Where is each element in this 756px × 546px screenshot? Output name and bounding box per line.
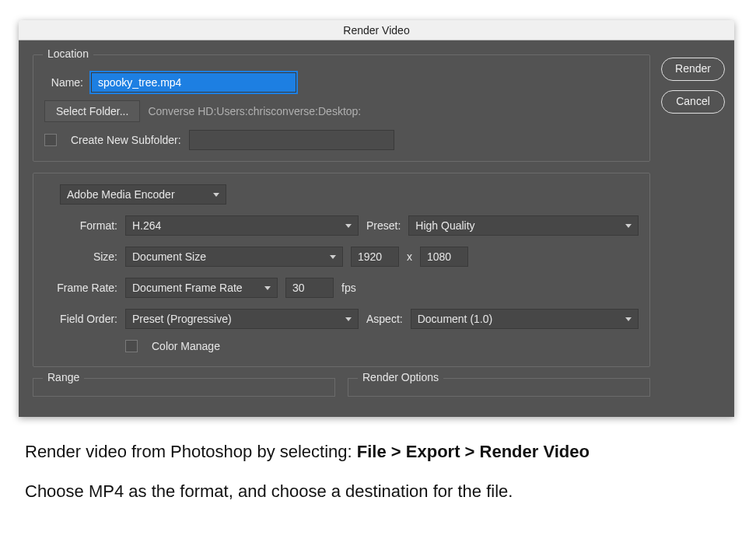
- name-input[interactable]: spooky_tree.mp4: [91, 72, 296, 93]
- framerate-label: Frame Rate:: [44, 282, 117, 294]
- bottom-groups: Range Render Options: [33, 378, 650, 397]
- chevron-down-icon: [330, 255, 336, 259]
- size-x: x: [407, 250, 412, 263]
- chevron-down-icon: [264, 286, 271, 290]
- framerate-select[interactable]: Document Frame Rate: [125, 278, 278, 298]
- render-video-dialog: Render Video Location Name: spooky_tree.…: [19, 20, 734, 417]
- preset-label: Preset:: [366, 219, 401, 232]
- fps-unit: fps: [341, 282, 356, 294]
- render-button[interactable]: Render: [661, 58, 725, 81]
- encoder-select[interactable]: Adobe Media Encoder: [60, 184, 226, 205]
- width-input[interactable]: 1920: [351, 247, 399, 267]
- select-folder-button[interactable]: Select Folder...: [44, 100, 140, 122]
- chevron-down-icon: [625, 317, 632, 321]
- color-manage-checkbox[interactable]: [125, 340, 138, 352]
- fps-value: 30: [292, 282, 305, 294]
- settings-group: Adobe Media Encoder Format: H.264 Preset…: [33, 173, 650, 367]
- size-select[interactable]: Document Size: [125, 247, 343, 267]
- dialog-body: Location Name: spooky_tree.mp4 Select Fo…: [19, 40, 734, 417]
- size-select-value: Document Size: [132, 250, 206, 263]
- caption-line-1: Render video from Photoshop by selecting…: [25, 439, 737, 464]
- location-legend: Location: [43, 47, 93, 60]
- render-options-group: Render Options: [348, 378, 650, 397]
- select-folder-button-label: Select Folder...: [56, 105, 128, 117]
- name-label: Name:: [44, 76, 83, 89]
- create-subfolder-checkbox[interactable]: [44, 134, 57, 146]
- location-group: Location Name: spooky_tree.mp4 Select Fo…: [33, 54, 650, 162]
- create-subfolder-label: Create New Subfolder:: [71, 134, 181, 146]
- folder-path: Converse HD:Users:chrisconverse:Desktop:: [148, 105, 361, 117]
- dialog-titlebar: Render Video: [19, 20, 734, 40]
- preset-select[interactable]: High Quality: [408, 215, 639, 236]
- chevron-down-icon: [213, 193, 219, 197]
- framerate-select-value: Document Frame Rate: [132, 282, 243, 294]
- dialog-title: Render Video: [343, 24, 409, 37]
- name-input-value: spooky_tree.mp4: [98, 76, 181, 89]
- cancel-button[interactable]: Cancel: [661, 90, 725, 114]
- caption-line-1-pre: Render video from Photoshop by selecting…: [25, 442, 357, 461]
- fieldorder-select[interactable]: Preset (Progressive): [125, 309, 359, 329]
- render-button-label: Render: [675, 62, 711, 75]
- aspect-select-value: Document (1.0): [418, 313, 492, 325]
- format-select-value: H.264: [132, 219, 161, 232]
- range-legend: Range: [43, 371, 84, 383]
- chevron-down-icon: [625, 224, 632, 228]
- color-manage-label: Color Manage: [152, 340, 220, 352]
- caption-line-1-bold: File > Export > Render Video: [357, 442, 590, 461]
- format-label: Format:: [44, 219, 117, 232]
- aspect-select[interactable]: Document (1.0): [411, 309, 639, 329]
- subfolder-name-input[interactable]: [189, 130, 394, 150]
- encoder-select-value: Adobe Media Encoder: [67, 188, 175, 201]
- preset-select-value: High Quality: [415, 219, 474, 232]
- size-label: Size:: [44, 250, 117, 263]
- width-value: 1920: [358, 250, 382, 263]
- caption: Render video from Photoshop by selecting…: [19, 417, 737, 504]
- chevron-down-icon: [345, 317, 352, 321]
- height-value: 1080: [427, 250, 451, 263]
- fieldorder-label: Field Order:: [44, 313, 117, 325]
- height-input[interactable]: 1080: [420, 247, 468, 267]
- fps-input[interactable]: 30: [285, 278, 334, 298]
- render-options-legend: Render Options: [358, 371, 443, 383]
- caption-line-2: Choose MP4 as the format, and choose a d…: [25, 478, 737, 504]
- cancel-button-label: Cancel: [676, 95, 710, 107]
- format-select[interactable]: H.264: [125, 215, 359, 236]
- fieldorder-select-value: Preset (Progressive): [132, 313, 232, 325]
- range-group: Range: [33, 378, 335, 397]
- chevron-down-icon: [345, 224, 352, 228]
- aspect-label: Aspect:: [366, 313, 403, 325]
